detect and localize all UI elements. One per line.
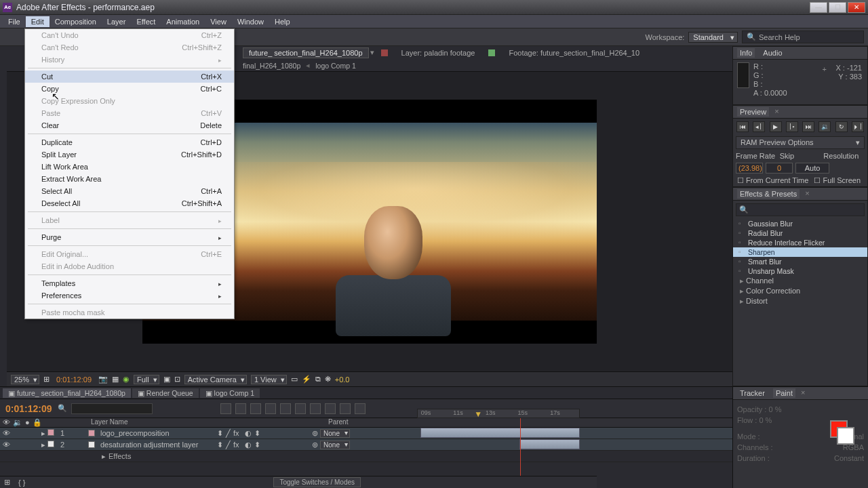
first-frame-button[interactable]: ⏮ xyxy=(736,121,749,132)
menu-item-duplicate[interactable]: DuplicateCtrl+D xyxy=(25,136,234,148)
effect-group-channel[interactable]: Channel xyxy=(733,276,867,286)
effect-reduce-interlace-flicker[interactable]: Reduce Interlace Flicker xyxy=(733,238,867,247)
effect-sharpen[interactable]: Sharpen xyxy=(733,247,867,257)
minimize-button[interactable]: — xyxy=(810,2,827,13)
menu-item-cut[interactable]: CutCtrl+X xyxy=(25,70,234,83)
effect-unsharp-mask[interactable]: Unsharp Mask xyxy=(733,266,867,276)
menu-help[interactable]: Help xyxy=(269,16,296,27)
menu-item-lift-work-area[interactable]: Lift Work Area xyxy=(25,161,234,173)
timeline-tab[interactable]: ▣ Render Queue xyxy=(132,388,199,398)
menu-window[interactable]: Window xyxy=(232,16,269,27)
close-button[interactable]: ✕ xyxy=(848,2,865,13)
resolution-input[interactable]: Auto xyxy=(795,163,829,174)
parent-selector[interactable]: None xyxy=(320,429,350,438)
menu-file[interactable]: File xyxy=(3,16,26,27)
brackets-icon[interactable]: { } xyxy=(14,479,29,487)
menu-item-split-layer[interactable]: Split LayerCtrl+Shift+D xyxy=(25,148,234,161)
tracker-tab[interactable]: Tracker xyxy=(737,388,768,398)
menu-composition[interactable]: Composition xyxy=(50,16,102,27)
effect-group-color-correction[interactable]: Color Correction xyxy=(733,286,867,296)
zoom-control[interactable]: 25% xyxy=(11,375,39,384)
snapshot-icon[interactable]: 📷 xyxy=(98,375,108,384)
menu-item-templates[interactable]: Templates xyxy=(25,277,234,289)
layer-name-header[interactable]: Layer Name xyxy=(88,418,231,427)
frame-rate-input[interactable]: (23.98) xyxy=(736,163,763,174)
footage-tab[interactable]: Footage: future_section_final_H264_10 xyxy=(502,47,646,58)
roi-icon[interactable]: ▣ xyxy=(163,375,170,384)
menu-effect[interactable]: Effect xyxy=(131,16,161,27)
from-current-checkbox[interactable]: ☐ From Current Time xyxy=(737,176,808,185)
resolution-control[interactable]: Full xyxy=(134,375,159,384)
effect-gaussian-blur[interactable]: Gaussian Blur xyxy=(733,219,867,228)
maximize-button[interactable]: ☐ xyxy=(829,2,846,13)
menu-item-extract-work-area[interactable]: Extract Work Area xyxy=(25,173,234,185)
grid-icon[interactable]: ⊞ xyxy=(43,375,50,384)
tl-icon[interactable] xyxy=(220,403,231,414)
parent-selector[interactable]: None xyxy=(320,441,350,449)
effects-search-input[interactable]: 🔍 xyxy=(736,203,865,216)
layer-row[interactable]: 👁▸1logo_precomposition⬍╱fx◐⬍⊚ None xyxy=(0,428,732,439)
transparency-icon[interactable]: ⊡ xyxy=(174,375,180,384)
tl-icon[interactable] xyxy=(355,403,366,414)
cti-marker[interactable]: ▼ xyxy=(474,409,482,419)
preview-tab[interactable]: Preview xyxy=(737,107,769,117)
comp-tab-main[interactable]: future_ section_final_H264_1080p xyxy=(243,47,369,58)
tl-icon[interactable] xyxy=(340,403,351,414)
toggle-switches-button[interactable]: Toggle Switches / Modes xyxy=(273,477,361,487)
ram-preview-options[interactable]: RAM Preview Options▾ xyxy=(736,136,865,149)
flowchart-icon[interactable]: ❋ xyxy=(325,375,331,384)
loop-button[interactable]: ↻ xyxy=(835,121,848,132)
timeline-search-icon[interactable]: 🔍 xyxy=(58,404,67,413)
current-timecode[interactable]: 0:01:12:09 xyxy=(0,403,58,414)
skip-input[interactable]: 0 xyxy=(766,163,793,174)
fast-preview-icon[interactable]: ⚡ xyxy=(302,375,311,384)
time-ruler[interactable]: 09s11s13s15s17s▼ xyxy=(417,399,597,418)
last-frame-button[interactable]: ⏭ xyxy=(802,121,814,132)
menu-item-deselect-all[interactable]: Deselect AllCtrl+Shift+A xyxy=(25,197,234,209)
tl-icon[interactable] xyxy=(265,403,276,414)
play-button[interactable]: ▶ xyxy=(770,121,782,132)
menu-edit[interactable]: Edit xyxy=(26,16,50,27)
rgb-icon[interactable]: ◉ xyxy=(123,375,130,384)
effects-tab[interactable]: Effects & Presets xyxy=(737,189,800,199)
breadcrumb-1[interactable]: final_H264_1080p xyxy=(243,62,300,70)
mute-button[interactable]: 🔉 xyxy=(818,121,831,132)
next-frame-button[interactable]: ⏐▸ xyxy=(786,121,798,132)
ram-preview-button[interactable]: ⏵⏐ xyxy=(852,121,864,132)
search-help-input[interactable]: 🔍 Search Help xyxy=(742,30,864,43)
current-time-indicator[interactable] xyxy=(520,418,521,476)
audio-tab[interactable]: Audio xyxy=(760,48,785,58)
camera-control[interactable]: Active Camera xyxy=(184,375,247,384)
paint-tab[interactable]: Paint xyxy=(773,388,795,398)
info-tab[interactable]: Info xyxy=(737,48,755,58)
exposure-control[interactable]: +0.0 xyxy=(335,375,350,384)
workspace-selector[interactable]: Standard xyxy=(688,32,738,43)
timeline-icon[interactable]: ⧉ xyxy=(315,375,321,384)
timeline-search-input[interactable] xyxy=(71,403,153,414)
layer-row[interactable]: 👁▸2desaturation adjustment layer⬍╱fx◐⬍⊚ … xyxy=(0,439,732,451)
layer-bar-1[interactable] xyxy=(420,428,580,438)
tl-icon[interactable] xyxy=(325,403,336,414)
timeline-tab[interactable]: ▣ future_ section_final_H264_1080p xyxy=(3,388,131,398)
views-control[interactable]: 1 View xyxy=(251,375,287,384)
effect-radial-blur[interactable]: Radial Blur xyxy=(733,228,867,238)
tl-icon[interactable] xyxy=(295,403,306,414)
background-color[interactable] xyxy=(837,427,854,445)
menu-animation[interactable]: Animation xyxy=(161,16,205,27)
timeline-tab[interactable]: ▣ logo Comp 1 xyxy=(200,388,260,398)
tl-icon[interactable] xyxy=(235,403,246,414)
menu-view[interactable]: View xyxy=(205,16,232,27)
effect-group-distort[interactable]: Distort xyxy=(733,296,867,306)
menu-item-clear[interactable]: ClearDelete xyxy=(25,119,234,131)
breadcrumb-2[interactable]: logo Comp 1 xyxy=(315,62,356,70)
tl-icon[interactable] xyxy=(250,403,261,414)
channel-icon[interactable]: ▦ xyxy=(112,375,119,384)
timecode-display[interactable]: 0:01:12:09 xyxy=(54,375,94,384)
tl-icon[interactable] xyxy=(310,403,321,414)
tl-icon[interactable] xyxy=(280,403,291,414)
layer-bar-2[interactable] xyxy=(519,439,580,449)
menu-item-purge[interactable]: Purge xyxy=(25,231,234,243)
expand-icon[interactable]: ⊞ xyxy=(0,478,14,487)
menu-item-select-all[interactable]: Select AllCtrl+A xyxy=(25,185,234,197)
menu-layer[interactable]: Layer xyxy=(102,16,132,27)
